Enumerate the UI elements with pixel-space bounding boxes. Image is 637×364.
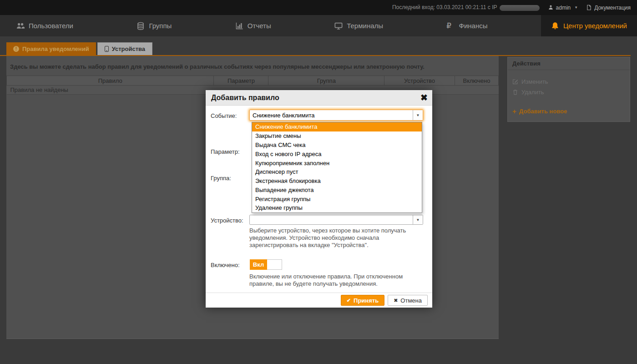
chevron-down-icon[interactable]: ▼ — [413, 215, 423, 224]
document-icon — [586, 5, 592, 10]
device-label: Устройство: — [211, 217, 249, 224]
top-bar: Последний вход: 03.03.2021 00:21:11 с IP… — [0, 0, 637, 15]
modal-title: Добавить правило — [206, 90, 432, 106]
plus-icon: + — [512, 107, 516, 115]
chevron-down-icon: ▼ — [574, 5, 578, 10]
ruble-icon: ₽ — [447, 22, 455, 30]
user-menu[interactable]: admin ▼ — [548, 5, 578, 11]
dropdown-option[interactable]: Диспенсер пуст — [252, 167, 422, 177]
table-header-row: Правило Параметр Группа Устройство Включ… — [7, 76, 499, 86]
action-label: Добавить новое — [519, 108, 567, 115]
close-icon[interactable]: ✖ — [420, 92, 428, 104]
dropdown-option[interactable]: Выпадение джекпота — [252, 185, 422, 194]
toggle-off-segment[interactable] — [267, 259, 282, 270]
enabled-help-text: Включение или отключение правила. При от… — [249, 273, 423, 288]
col-header-rule[interactable]: Правило — [7, 76, 214, 86]
docs-link[interactable]: Документация — [586, 5, 631, 11]
person-icon — [548, 5, 554, 10]
nav-item-users[interactable]: Пользователи — [6, 15, 83, 36]
param-label: Параметр: — [211, 148, 249, 155]
dropdown-option[interactable]: Закрытие смены — [252, 131, 422, 141]
check-icon: ✔ — [347, 298, 351, 303]
panel-description: Здесь вы можете сделать набор правил для… — [6, 56, 499, 76]
dropdown-option[interactable]: Купюроприемник заполнен — [252, 158, 422, 167]
cancel-button[interactable]: ✖ Отмена — [388, 295, 428, 306]
event-select[interactable]: Снижение банклимита ▼ — [249, 110, 423, 121]
users-icon — [16, 22, 25, 30]
nav-label: Группы — [149, 22, 172, 30]
event-select-value: Снижение банклимита — [250, 112, 413, 119]
actions-panel: Действия Изменить Удалить + Добавить нов… — [507, 57, 630, 122]
info-icon: ! — [13, 46, 19, 52]
action-edit[interactable]: Изменить — [512, 78, 625, 85]
nav-label: Центр уведомлений — [563, 22, 627, 30]
add-rule-modal: Добавить правило ✖ Событие: Снижение бан… — [206, 90, 432, 308]
action-label: Удалить — [521, 89, 544, 96]
toggle-on-label[interactable]: Вкл — [250, 259, 267, 270]
user-name: admin — [556, 5, 571, 11]
docs-label: Документация — [594, 5, 631, 11]
nav-label: Терминалы — [347, 22, 383, 30]
device-help-text: Выберите устройство, через которое вы хо… — [249, 227, 423, 249]
event-label: Событие: — [211, 112, 249, 119]
enabled-toggle[interactable]: Вкл — [250, 259, 282, 270]
tab-devices[interactable]: Устройства — [97, 42, 152, 55]
group-label: Группа: — [211, 175, 249, 182]
dropdown-option[interactable]: Регистрация группы — [252, 194, 422, 203]
nav-label: Финансы — [459, 22, 488, 30]
action-delete[interactable]: Удалить — [512, 89, 625, 96]
main-nav: Пользователи Группы Отчеты Терминалы ₽ Ф… — [0, 15, 637, 36]
tab-label: Устройства — [112, 46, 145, 52]
nav-item-reports[interactable]: Отчеты — [225, 15, 281, 36]
col-header-device[interactable]: Устройство — [384, 76, 455, 86]
nav-item-finance[interactable]: ₽ Финансы — [437, 15, 498, 36]
dropdown-option[interactable]: Вход с нового IP адреса — [252, 149, 422, 158]
event-dropdown-list: Снижение банклимита Закрытие смены Выдач… — [252, 122, 422, 213]
trash-icon — [512, 89, 518, 95]
action-label: Изменить — [521, 78, 548, 85]
enabled-label: Включено: — [211, 262, 249, 268]
mobile-icon — [105, 46, 109, 52]
nav-item-notification-center[interactable]: Центр уведомлений — [541, 15, 637, 36]
dropdown-option[interactable]: Снижение банклимита — [252, 122, 422, 131]
accept-label: Принять — [354, 297, 379, 304]
dropdown-option[interactable]: Выдача СМС чека — [252, 141, 422, 150]
device-select[interactable]: ▼ — [249, 215, 423, 225]
dropdown-option[interactable]: Удаление группы — [252, 203, 422, 212]
last-login-text: Последний вход: 03.03.2021 00:21:11 с IP — [392, 4, 540, 10]
accept-button[interactable]: ✔ Принять — [341, 295, 384, 306]
x-icon: ✖ — [394, 298, 398, 303]
col-header-group[interactable]: Группа — [268, 76, 384, 86]
groups-icon — [136, 22, 145, 30]
dropdown-option[interactable]: Экстренная блокировка — [252, 177, 422, 186]
col-header-enabled[interactable]: Включено — [455, 76, 499, 86]
redacted-ip — [500, 5, 540, 11]
nav-label: Отчеты — [248, 22, 271, 30]
terminals-icon — [334, 22, 343, 30]
nav-item-groups[interactable]: Группы — [126, 15, 182, 36]
tab-label: Правила уведомлений — [22, 46, 89, 52]
nav-label: Пользователи — [29, 22, 73, 30]
tab-notification-rules[interactable]: ! Правила уведомлений — [6, 42, 96, 55]
cancel-label: Отмена — [400, 297, 422, 304]
nav-item-terminals[interactable]: Терминалы — [324, 15, 393, 36]
edit-icon — [512, 79, 518, 85]
col-header-param[interactable]: Параметр — [214, 76, 268, 86]
reports-icon — [235, 22, 243, 30]
chevron-down-icon[interactable]: ▼ — [413, 110, 423, 120]
modal-footer: ✔ Принять ✖ Отмена — [206, 293, 432, 308]
bell-icon — [551, 22, 559, 30]
action-add-new[interactable]: + Добавить новое — [512, 107, 625, 115]
tabs: ! Правила уведомлений Устройства — [6, 42, 152, 55]
actions-title: Действия — [508, 57, 630, 70]
